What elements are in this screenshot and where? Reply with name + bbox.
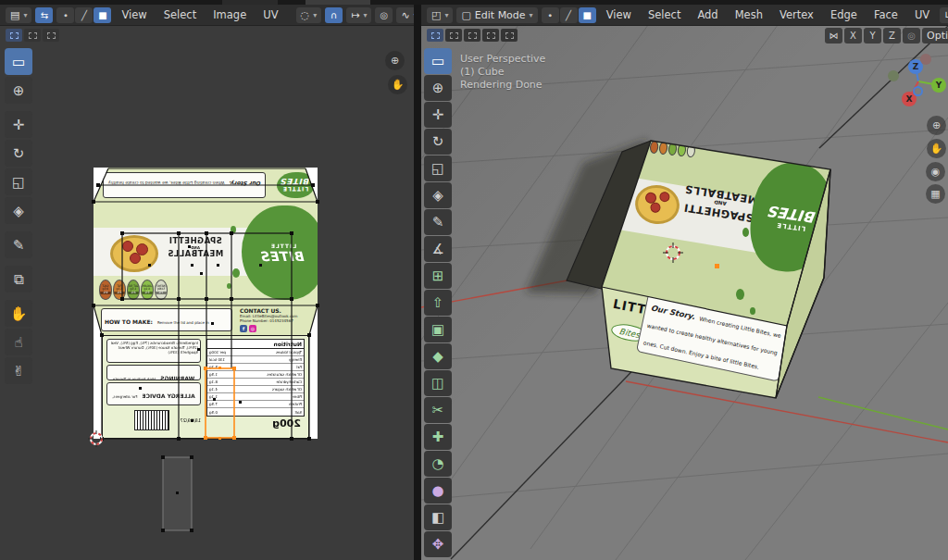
tool-annotate[interactable]: ✎ [5, 231, 32, 258]
perspective-toggle-widget[interactable]: ▦ [926, 184, 945, 204]
zoom-widget[interactable]: ⊕ [385, 51, 405, 70]
brand-top: LITTLE [282, 187, 308, 193]
tool-scale[interactable]: ◱ [5, 168, 32, 195]
zoom-widget[interactable]: ⊕ [927, 116, 946, 135]
select-mode-edge[interactable]: ╱ [75, 7, 93, 23]
snap-base-button[interactable]: ◎ [903, 28, 920, 44]
packaging-texture[interactable]: LITTLE BITES Our Story. When creating Li… [94, 168, 318, 439]
tool-shrink-fatten[interactable]: ✥ [424, 531, 452, 557]
tool-pinch[interactable]: ✌ [5, 357, 32, 384]
tool-annotate[interactable]: ✎ [424, 209, 452, 235]
tool-tweak[interactable]: ▭ [5, 48, 32, 75]
options-dropdown[interactable]: Options▾ [922, 28, 948, 44]
select-mode-vertex[interactable]: ∙ [542, 7, 559, 23]
menu-uv[interactable]: UV [256, 6, 284, 23]
nutrition-row-label: Carbohydrate [277, 380, 302, 384]
tool-smooth[interactable]: ● [424, 478, 452, 504]
menu-mesh[interactable]: Mesh [729, 6, 769, 23]
menu-uv[interactable]: UV [908, 6, 936, 23]
mirror-y-toggle[interactable]: Y [864, 28, 881, 44]
warnings-box: WARNINGS High Sodium in Tomato Sauce. [106, 365, 201, 380]
select-mode-subtract[interactable] [43, 29, 59, 42]
tool-poly-build[interactable]: ✚ [424, 424, 452, 450]
select-mode-face[interactable]: ■ [579, 7, 596, 23]
editor-divider[interactable] [414, 5, 421, 560]
select-mode-extend[interactable] [445, 29, 462, 42]
nutrition-row-label: Fibre [293, 394, 302, 399]
tl-mini [658, 142, 667, 156]
mirror-z-toggle[interactable]: Z [883, 28, 901, 44]
select-mode-subtract[interactable] [464, 29, 480, 42]
snap-settings-dropdown[interactable]: ↦▾ [346, 7, 371, 23]
pivot-point-dropdown[interactable]: ◌▾ [296, 7, 322, 23]
product-title: SPAGHETTI AND MEATBALLS [166, 237, 225, 259]
select-mode-extend[interactable] [24, 29, 41, 42]
tool-relax[interactable]: ☝ [5, 329, 32, 355]
warnings-title: WARNINGS [160, 375, 194, 380]
menu-view[interactable]: View [600, 6, 638, 23]
menu-vertex[interactable]: Vertex [773, 6, 820, 23]
uv-editor: ▤▾ ⇆ ∙ ╱ ■ View Select Image UV ◌▾ ∩ ↦▾ … [0, 5, 414, 560]
menu-view[interactable]: View [115, 6, 153, 23]
mirror-icon-button[interactable]: ⋈ [825, 28, 842, 44]
tool-extrude-region[interactable]: ⇧ [424, 290, 452, 316]
tool-bevel[interactable]: ◆ [424, 343, 452, 369]
select-mode-face[interactable]: ■ [94, 7, 111, 23]
uv-sync-selection-toggle[interactable]: ⇆ [35, 7, 53, 23]
gizmo-neg-y-axis[interactable] [888, 70, 899, 81]
editor-type-dropdown[interactable]: ◰▾ [427, 7, 453, 23]
menu-image[interactable]: Image [206, 6, 253, 23]
proportional-editing-toggle[interactable]: ◎ [375, 7, 393, 23]
gizmo-y-axis[interactable]: Y [931, 78, 946, 93]
tool-rotate[interactable]: ↻ [5, 140, 32, 167]
camera-view-widget[interactable]: ◉ [926, 162, 945, 181]
gizmo-neg-z-axis[interactable] [913, 86, 923, 96]
tool-scale[interactable]: ◱ [424, 156, 452, 181]
menu-face[interactable]: Face [867, 6, 904, 23]
select-mode-vertex[interactable]: ∙ [56, 7, 74, 23]
tool-grab[interactable]: ✋ [5, 300, 32, 327]
tool-rip-region[interactable]: ⧉ [5, 266, 32, 292]
menu-select[interactable]: Select [642, 6, 687, 23]
tool-measure[interactable]: ∡ [424, 236, 452, 262]
gizmo-neg-x-axis[interactable] [920, 54, 931, 65]
nutrition-row-value: 1.1g [209, 394, 218, 399]
tool-transform[interactable]: ◈ [5, 197, 32, 224]
mode-dropdown[interactable]: ▢Edit Mode▾ [456, 7, 537, 23]
pan-widget[interactable]: ✋ [388, 75, 407, 94]
select-mode-intersect[interactable] [501, 29, 518, 42]
tool-spin[interactable]: ◔ [424, 451, 452, 477]
tool-knife[interactable]: ✂ [424, 397, 452, 423]
select-mode-new[interactable] [427, 29, 443, 42]
editor-type-dropdown[interactable]: ▤▾ [6, 7, 31, 23]
pan-widget[interactable]: ✋ [927, 139, 946, 158]
mirror-x-toggle[interactable]: X [844, 28, 862, 44]
tool-add-cube[interactable]: ⊞ [424, 263, 452, 289]
tool-cursor[interactable]: ⊕ [424, 75, 452, 101]
tool-select-box[interactable]: ▭ [424, 48, 452, 74]
tool-inset-faces[interactable]: ▣ [424, 317, 452, 342]
deco-dot [231, 226, 236, 233]
tl-pct: 9% [100, 292, 111, 295]
select-mode-new[interactable] [6, 29, 22, 42]
tool-move[interactable]: ✛ [5, 111, 32, 138]
falloff-dropdown[interactable]: ∿▾ [396, 7, 414, 23]
tool-edge-slide[interactable]: ◧ [424, 504, 452, 530]
menu-select[interactable]: Select [157, 6, 203, 23]
select-mode-invert[interactable] [482, 29, 499, 42]
weight-label: 200g [272, 417, 301, 429]
story-text: When creating Little Bites, we wanted to… [642, 315, 781, 369]
tool-transform[interactable]: ◈ [424, 182, 452, 208]
meatball [122, 241, 133, 252]
snap-toggle[interactable]: ∩ [325, 7, 343, 23]
tool-move[interactable]: ✛ [424, 102, 452, 128]
tool-loop-cut[interactable]: ◫ [424, 370, 452, 396]
tool-rotate[interactable]: ↻ [424, 129, 452, 155]
tool-cursor[interactable]: ⊕ [5, 77, 32, 104]
falloff-icon: ∿ [401, 9, 409, 21]
transform-orientation-dropdown[interactable]: ∟Global▾ [940, 7, 948, 23]
menu-edge[interactable]: Edge [824, 6, 864, 23]
menu-add[interactable]: Add [691, 6, 724, 23]
ingredients-box: Ingredients: Breadcrumbs (7%), Egg (5%),… [106, 339, 201, 363]
select-mode-edge[interactable]: ╱ [560, 7, 578, 23]
